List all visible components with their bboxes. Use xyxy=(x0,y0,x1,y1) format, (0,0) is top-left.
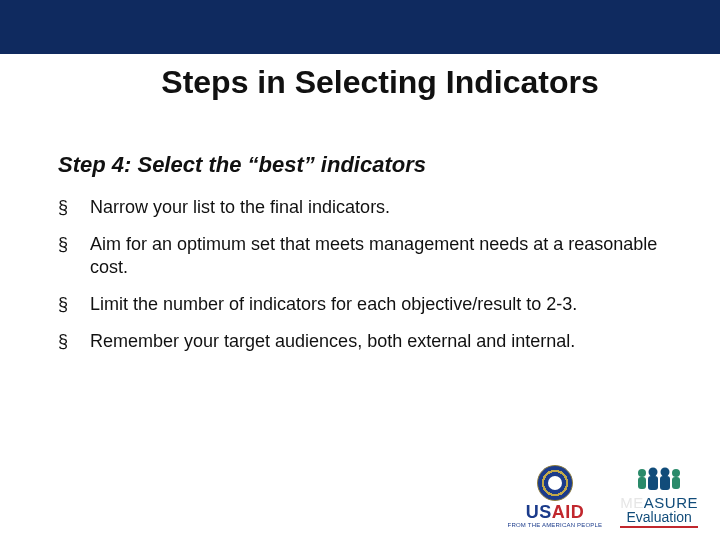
measure-logo: MEASURE Evaluation xyxy=(620,467,698,528)
svg-point-6 xyxy=(661,468,670,477)
people-icon xyxy=(633,467,685,493)
list-item: Limit the number of indicators for each … xyxy=(58,293,670,316)
svg-point-4 xyxy=(649,468,658,477)
svg-rect-7 xyxy=(660,476,670,490)
header-bar xyxy=(0,0,720,54)
list-item: Narrow your list to the final indicators… xyxy=(58,196,670,219)
slide-subtitle: Step 4: Select the “best” indicators xyxy=(58,152,680,178)
slide: Steps in Selecting Indicators Step 4: Se… xyxy=(0,0,720,540)
usaid-seal-icon xyxy=(537,465,573,501)
measure-sub: Evaluation xyxy=(626,510,691,524)
measure-underline xyxy=(620,526,698,528)
usaid-aid: AID xyxy=(552,502,585,522)
measure-wordmark: MEASURE xyxy=(620,495,698,510)
logo-row: USAID FROM THE AMERICAN PEOPLE ME xyxy=(508,465,698,528)
usaid-logo: USAID FROM THE AMERICAN PEOPLE xyxy=(508,465,603,528)
svg-point-0 xyxy=(638,469,646,477)
usaid-tagline: FROM THE AMERICAN PEOPLE xyxy=(508,522,603,528)
bullet-list: Narrow your list to the final indicators… xyxy=(58,196,670,367)
svg-rect-3 xyxy=(672,477,680,489)
list-item: Aim for an optimum set that meets manage… xyxy=(58,233,670,279)
svg-rect-5 xyxy=(648,476,658,490)
svg-rect-1 xyxy=(638,477,646,489)
usaid-us: US xyxy=(526,502,552,522)
usaid-wordmark: USAID xyxy=(526,503,585,521)
svg-point-2 xyxy=(672,469,680,477)
list-item: Remember your target audiences, both ext… xyxy=(58,330,670,353)
slide-title: Steps in Selecting Indicators xyxy=(0,64,720,101)
